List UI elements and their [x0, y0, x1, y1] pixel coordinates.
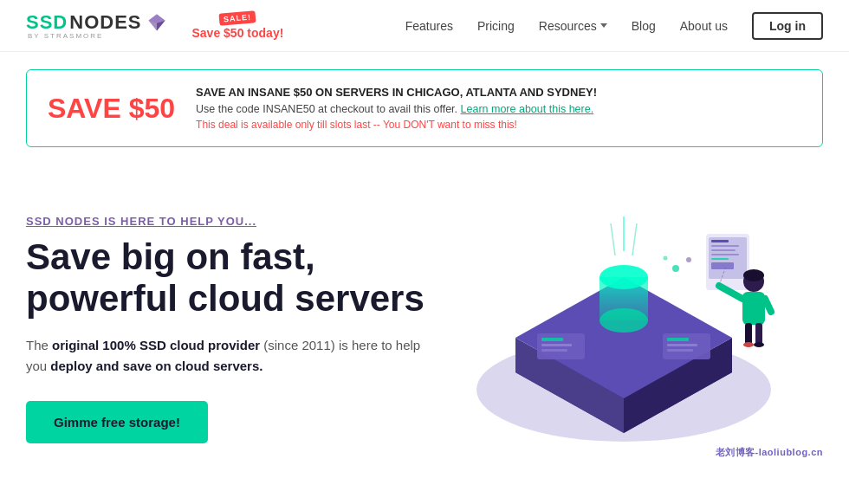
svg-rect-25: [711, 245, 739, 247]
watermark: 老刘博客-laoliublog.cn: [716, 446, 824, 459]
svg-line-12: [611, 223, 615, 255]
chevron-down-icon: [600, 23, 607, 28]
hero-tagline-link: HERE TO HELP YOU...: [120, 215, 256, 228]
svg-point-41: [686, 257, 691, 262]
sale-badge-area: SALE! Save $50 today!: [192, 12, 284, 40]
login-button[interactable]: Log in: [752, 12, 823, 40]
hero-sub-strong: deploy and save on cloud servers.: [50, 359, 262, 373]
nav-features[interactable]: Features: [405, 19, 453, 33]
svg-rect-15: [541, 338, 563, 341]
logo-ssd: SSD: [26, 11, 68, 34]
promo-save-label: SAVE $50: [48, 93, 175, 125]
hero-tagline-prefix: SSD NODES IS: [26, 215, 120, 228]
svg-rect-33: [742, 292, 765, 325]
svg-rect-29: [711, 262, 734, 269]
hero-sub-before: The: [26, 338, 52, 352]
svg-rect-21: [667, 349, 693, 352]
hero-section: SSD NODES IS HERE TO HELP YOU... Save bi…: [0, 165, 849, 485]
svg-rect-20: [667, 344, 697, 346]
logo-subtitle: BY STRASMORE: [28, 32, 103, 40]
svg-point-10: [599, 265, 648, 289]
nav-resources[interactable]: Resources: [539, 19, 607, 33]
nav-blog[interactable]: Blog: [632, 19, 656, 33]
hero-sub: The original 100% SSD cloud provider (si…: [26, 335, 424, 377]
promo-title: SAVE AN INSANE $50 ON SERVERS IN CHICAGO…: [196, 86, 597, 99]
hero-headline: Save big on fast, powerful cloud servers: [26, 236, 424, 320]
cta-button[interactable]: Gimme free storage!: [26, 401, 208, 443]
svg-rect-34: [745, 323, 752, 345]
promo-banner: SAVE $50 SAVE AN INSANE $50 ON SERVERS I…: [26, 69, 823, 147]
hero-illustration: 老刘博客-laoliublog.cn: [424, 191, 823, 468]
svg-point-36: [743, 342, 754, 347]
hero-tagline: SSD NODES IS HERE TO HELP YOU...: [26, 215, 424, 228]
sale-text: Save $50 today!: [192, 26, 284, 40]
promo-urgency: This deal is available only till slots l…: [196, 119, 597, 131]
nav-pricing[interactable]: Pricing: [477, 19, 515, 33]
logo: SSDNODES BY STRASMORE: [26, 11, 166, 40]
promo-learn-link[interactable]: Learn more about this here.: [461, 103, 594, 115]
hero-left: SSD NODES IS HERE TO HELP YOU... Save bi…: [26, 215, 424, 444]
hero-sub-link[interactable]: original 100% SSD cloud provider: [52, 338, 260, 352]
header: SSDNODES BY STRASMORE SALE! Save $50 tod…: [0, 0, 849, 52]
svg-point-37: [754, 342, 764, 347]
promo-content: SAVE AN INSANE $50 ON SERVERS IN CHICAGO…: [196, 86, 597, 131]
sale-badge: SALE!: [219, 10, 256, 26]
svg-rect-16: [541, 344, 572, 346]
svg-point-32: [743, 269, 764, 281]
nav: Features Pricing Resources Blog About us…: [405, 12, 823, 40]
svg-rect-24: [711, 240, 729, 242]
hero-svg: [442, 199, 806, 459]
svg-rect-17: [541, 349, 567, 352]
svg-rect-26: [711, 249, 736, 251]
logo-nodes: NODES: [69, 11, 141, 34]
svg-rect-27: [711, 254, 739, 255]
promo-desc-text: Use the code INSANE50 at checkout to ava…: [196, 103, 457, 115]
svg-rect-35: [755, 323, 762, 345]
svg-line-39: [765, 299, 771, 312]
svg-rect-19: [667, 338, 689, 341]
svg-point-42: [664, 256, 668, 261]
nav-about[interactable]: About us: [680, 19, 728, 33]
logo-diamond-icon: [147, 13, 166, 32]
promo-desc: Use the code INSANE50 at checkout to ava…: [196, 103, 597, 115]
svg-rect-28: [711, 258, 729, 260]
svg-line-13: [632, 223, 637, 255]
svg-point-40: [672, 265, 679, 272]
